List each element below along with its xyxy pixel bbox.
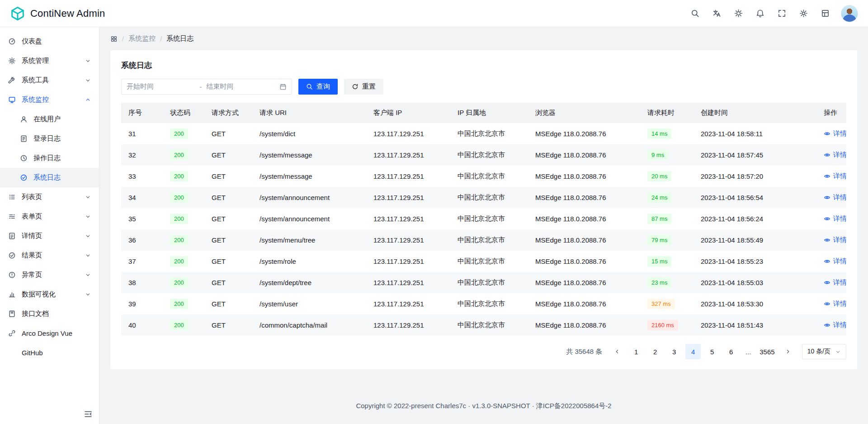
- login-log-icon: [20, 135, 28, 143]
- elapsed-badge: 15 ms: [647, 256, 671, 267]
- start-time-input[interactable]: 开始时间: [127, 82, 195, 91]
- cell-browser: MSEdge 118.0.2088.76: [528, 187, 640, 208]
- sidebar-item-system-logs[interactable]: 系统日志: [0, 168, 99, 187]
- sidebar-item-online-users[interactable]: 在线用户: [0, 110, 99, 129]
- cell-elapsed: 15 ms: [640, 251, 693, 272]
- cell-client-ip: 123.117.129.251: [366, 187, 450, 208]
- fullscreen-button[interactable]: [773, 5, 790, 22]
- cell-no: 40: [121, 314, 163, 336]
- breadcrumb-item[interactable]: 系统监控: [128, 34, 156, 43]
- sidebar-collapse-button[interactable]: [84, 410, 93, 419]
- page-button-3[interactable]: 3: [666, 344, 682, 359]
- status-badge: 200: [170, 150, 188, 160]
- end-time-input[interactable]: 结束时间: [207, 82, 275, 91]
- chevron-down-icon: [85, 214, 91, 219]
- cell-status: 200: [163, 208, 204, 229]
- pagination-ellipsis[interactable]: ...: [742, 348, 754, 356]
- eye-icon: [824, 237, 830, 243]
- date-range-picker[interactable]: 开始时间 - 结束时间: [121, 79, 292, 95]
- page-button-6[interactable]: 6: [723, 344, 739, 359]
- sidebar-item-system-tools[interactable]: 系统工具: [0, 71, 99, 90]
- file-icon: [8, 232, 16, 240]
- cell-no: 32: [121, 144, 163, 166]
- detail-link[interactable]: 详情: [824, 214, 846, 223]
- status-badge: 200: [170, 214, 188, 224]
- detail-link[interactable]: 详情: [824, 257, 846, 266]
- reset-button[interactable]: 重置: [344, 79, 383, 95]
- page-button-3565[interactable]: 3565: [758, 344, 776, 359]
- sidebar-item-login-logs[interactable]: 登录日志: [0, 129, 99, 148]
- chevron-down-icon: [85, 272, 91, 278]
- layout-button[interactable]: [816, 5, 834, 22]
- user-avatar[interactable]: [841, 5, 858, 22]
- cell-status: 200: [163, 187, 204, 208]
- detail-link[interactable]: 详情: [824, 129, 846, 138]
- cell-method: GET: [204, 314, 252, 336]
- sidebar-item-list-page[interactable]: 列表页: [0, 187, 99, 207]
- sidebar-item-form-page[interactable]: 表单页: [0, 207, 99, 226]
- detail-link[interactable]: 详情: [824, 193, 846, 202]
- settings-button[interactable]: [795, 5, 812, 22]
- sidebar-item-error-page[interactable]: 异常页: [0, 265, 99, 285]
- sidebar-menu: 仪表盘系统管理系统工具系统监控在线用户登录日志操作日志系统日志列表页表单页详情页…: [0, 32, 99, 362]
- page-size-select[interactable]: 10 条/页: [802, 344, 846, 359]
- cell-created-at: 2023-11-04 18:56:54: [693, 187, 816, 208]
- detail-link-label: 详情: [833, 129, 846, 138]
- detail-link[interactable]: 详情: [824, 321, 846, 329]
- prev-page-button[interactable]: [609, 344, 625, 359]
- sidebar-item-label: 表单页: [22, 212, 79, 221]
- cell-action: 详情: [816, 251, 846, 272]
- sidebar-item-system-monitor[interactable]: 系统监控: [0, 90, 99, 110]
- cell-client-ip: 123.117.129.251: [366, 272, 450, 293]
- eye-icon: [824, 215, 830, 222]
- detail-link-label: 详情: [833, 300, 846, 308]
- cell-elapsed: 2160 ms: [640, 314, 693, 336]
- detail-link[interactable]: 详情: [824, 151, 846, 159]
- table-row: 35200GET/system/announcement123.117.129.…: [121, 208, 846, 229]
- app-logo[interactable]: ContiNew Admin: [10, 6, 105, 21]
- eye-icon: [824, 194, 830, 201]
- sidebar-item-api-docs[interactable]: 接口文档: [0, 304, 99, 324]
- status-badge: 200: [170, 235, 188, 245]
- sidebar-item-label: 列表页: [22, 193, 79, 201]
- cell-uri: /system/menu/tree: [252, 229, 366, 251]
- cell-elapsed: 24 ms: [640, 187, 693, 208]
- table-row: 34200GET/system/announcement123.117.129.…: [121, 187, 846, 208]
- detail-link[interactable]: 详情: [824, 236, 846, 244]
- page-button-5[interactable]: 5: [704, 344, 720, 359]
- cell-status: 200: [163, 144, 204, 166]
- detail-link[interactable]: 详情: [824, 172, 846, 181]
- cell-method: GET: [204, 166, 252, 187]
- elapsed-badge: 24 ms: [647, 192, 671, 203]
- sidebar-item-result-page[interactable]: 结果页: [0, 246, 99, 265]
- sidebar-item-github[interactable]: GitHub: [0, 343, 99, 362]
- page-button-4[interactable]: 4: [685, 344, 701, 359]
- notifications-button[interactable]: [751, 5, 769, 22]
- sidebar-item-system-management[interactable]: 系统管理: [0, 51, 99, 71]
- filter-row: 开始时间 - 结束时间 查询 重置: [121, 79, 846, 95]
- cell-uri: /common/captcha/mail: [252, 314, 366, 336]
- tool-icon: [8, 76, 16, 84]
- query-button[interactable]: 查询: [298, 79, 338, 95]
- query-button-label: 查询: [316, 82, 330, 91]
- sidebar-item-dashboard[interactable]: 仪表盘: [0, 32, 99, 51]
- gear-icon: [799, 9, 808, 18]
- eye-icon: [824, 130, 830, 137]
- sidebar-item-arco-design-vue[interactable]: Arco Design Vue: [0, 324, 99, 343]
- search-button[interactable]: [686, 5, 703, 22]
- page-button-1[interactable]: 1: [628, 344, 644, 359]
- language-button[interactable]: [708, 5, 725, 22]
- eye-icon: [824, 300, 830, 307]
- next-page-button[interactable]: [780, 344, 796, 359]
- table-row: 40200GET/common/captcha/mail123.117.129.…: [121, 314, 846, 336]
- sidebar-item-operation-logs[interactable]: 操作日志: [0, 148, 99, 168]
- detail-link[interactable]: 详情: [824, 300, 846, 308]
- sidebar-item-data-visualization[interactable]: 数据可视化: [0, 285, 99, 304]
- page-button-2[interactable]: 2: [647, 344, 663, 359]
- list-icon: [8, 193, 16, 201]
- sidebar-item-detail-page[interactable]: 详情页: [0, 226, 99, 246]
- detail-link[interactable]: 详情: [824, 278, 846, 287]
- theme-toggle-button[interactable]: [730, 5, 747, 22]
- column-header: 请求方式: [204, 103, 252, 123]
- cell-action: 详情: [816, 293, 846, 314]
